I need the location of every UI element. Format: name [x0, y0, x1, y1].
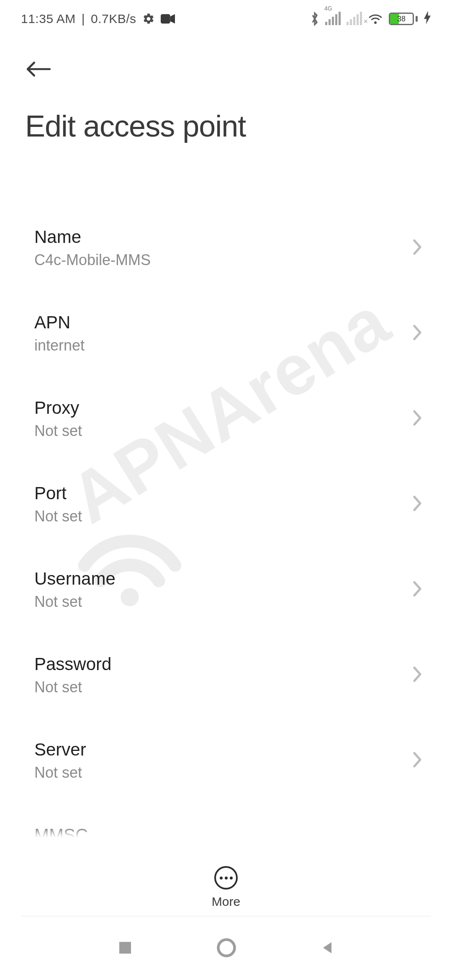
status-net-speed: 0.7KB/s: [91, 12, 136, 26]
item-server[interactable]: Server Not set: [0, 718, 452, 803]
chevron-right-icon: [412, 580, 423, 599]
back-button[interactable]: [25, 54, 54, 84]
chevron-right-icon: [412, 836, 423, 838]
item-name[interactable]: Name C4c-Mobile-MMS: [0, 205, 452, 291]
item-value: internet: [34, 337, 85, 354]
battery-icon: 38: [389, 13, 418, 25]
settings-icon: [142, 13, 155, 25]
bluetooth-icon: [310, 12, 319, 26]
item-label: Proxy: [34, 398, 82, 418]
wifi-icon: [368, 13, 383, 25]
item-value: Not set: [34, 508, 82, 525]
status-time: 11:35 AM: [21, 12, 76, 26]
header: Edit access point: [0, 46, 452, 160]
camera-icon: [161, 14, 175, 24]
item-label: Server: [34, 740, 86, 760]
charging-icon: [424, 11, 431, 27]
more-button[interactable]: More: [0, 866, 452, 909]
item-apn[interactable]: APN internet: [0, 291, 452, 376]
system-nav-bar: [0, 917, 452, 980]
item-value: Not set: [34, 593, 116, 611]
item-password[interactable]: Password Not set: [0, 632, 452, 718]
more-label: More: [212, 895, 240, 909]
chevron-right-icon: [412, 324, 423, 343]
item-label: Port: [34, 483, 82, 503]
chevron-right-icon: [412, 665, 423, 685]
apn-settings-list: Name C4c-Mobile-MMS APN internet Proxy N…: [0, 205, 452, 838]
item-value: Not set: [34, 764, 86, 781]
status-bar: 11:35 AM | 0.7KB/s 4G × 38: [0, 0, 452, 38]
item-label: Username: [34, 569, 116, 589]
item-port[interactable]: Port Not set: [0, 462, 452, 547]
item-value: Not set: [34, 678, 111, 696]
chevron-right-icon: [412, 238, 423, 258]
item-label: MMSC: [34, 825, 220, 838]
item-username[interactable]: Username Not set: [0, 547, 452, 632]
chevron-right-icon: [412, 409, 423, 428]
item-proxy[interactable]: Proxy Not set: [0, 376, 452, 462]
nav-back-button[interactable]: [319, 939, 336, 958]
chevron-right-icon: [412, 751, 423, 770]
item-label: Name: [34, 227, 151, 247]
svg-rect-2: [119, 942, 131, 954]
signal-nosim-icon: ×: [347, 13, 362, 25]
more-icon: [214, 866, 238, 890]
item-mmsc[interactable]: MMSC http://10.16.18.4:38090/was: [0, 803, 452, 838]
chevron-right-icon: [412, 495, 423, 514]
divider: [21, 916, 431, 916]
item-value: C4c-Mobile-MMS: [34, 251, 151, 269]
nav-home-button[interactable]: [216, 937, 237, 960]
nav-recent-button[interactable]: [116, 939, 134, 958]
svg-point-3: [218, 940, 234, 956]
item-label: Password: [34, 654, 111, 674]
item-value: Not set: [34, 422, 82, 440]
svg-rect-1: [161, 14, 170, 24]
page-title: Edit access point: [25, 109, 427, 143]
item-label: APN: [34, 312, 85, 333]
status-separator: |: [82, 12, 85, 26]
signal-4g-icon: 4G: [325, 13, 341, 25]
